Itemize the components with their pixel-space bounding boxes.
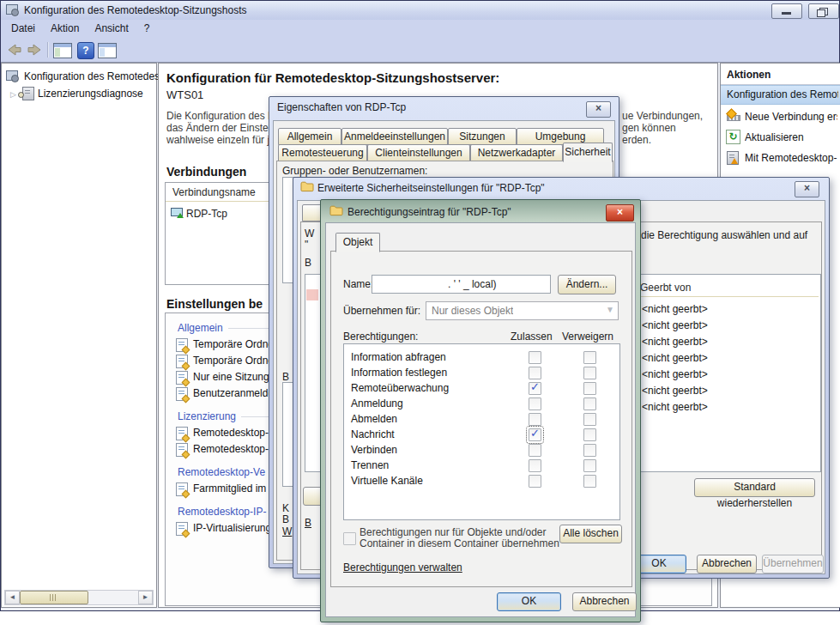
chevron-down-icon: ▼ xyxy=(606,305,614,314)
settings-doc-icon xyxy=(176,427,188,440)
folder-icon xyxy=(329,205,343,216)
action-item[interactable]: ↻Aktualisieren xyxy=(721,127,840,148)
tab-sitzungen[interactable]: Sitzungen xyxy=(448,128,517,145)
connections-heading: Verbindungen xyxy=(166,165,246,179)
allow-checkbox[interactable] xyxy=(529,351,541,364)
deny-checkbox[interactable] xyxy=(583,367,596,379)
inherited-from-row[interactable]: <nicht geerbt> xyxy=(642,318,708,334)
intro-text-fragment: erden. xyxy=(622,134,651,146)
clear-all-button[interactable]: Alle löschen xyxy=(559,525,622,543)
intro-text-fragment: gen können xyxy=(622,122,676,134)
tab-remotesteuerung[interactable]: Remotesteuerung xyxy=(278,144,367,161)
tab-objekt[interactable]: Objekt xyxy=(335,233,380,252)
close-icon[interactable]: × xyxy=(606,204,634,221)
close-icon[interactable]: × xyxy=(586,101,611,118)
tab-clienteinstellungen[interactable]: Clienteinstellungen xyxy=(367,144,470,161)
ok-button[interactable]: OK xyxy=(497,592,561,611)
inherited-from-column-header[interactable]: Geerbt von xyxy=(640,282,691,294)
minimize-button[interactable] xyxy=(771,3,802,19)
connection-name: RDP-Tcp xyxy=(186,208,227,220)
allow-checkbox[interactable] xyxy=(529,475,541,488)
menu-item-aktion[interactable]: Aktion xyxy=(43,20,87,34)
connections-column-header[interactable]: Verbindungsname xyxy=(172,186,256,198)
menu-item-ansicht[interactable]: Ansicht xyxy=(87,20,136,34)
action-item[interactable]: Neue Verbindung ers xyxy=(721,106,840,127)
container-note-line: Berechtigungen nur für Objekte und/oder xyxy=(360,526,546,538)
page-title: Konfiguration für Remotedesktop-Sitzungs… xyxy=(166,70,707,85)
deny-checkbox[interactable] xyxy=(583,459,596,472)
container-only-checkbox[interactable] xyxy=(343,532,356,545)
allow-column-label: Zulassen xyxy=(511,331,553,343)
tab-anmeldeeinstellungen[interactable]: Anmeldeeinstellungen xyxy=(341,128,448,145)
actions-selected-item[interactable]: Konfiguration des Remot xyxy=(721,85,840,105)
permission-row: Remoteüberwachung xyxy=(344,380,619,396)
rdp-connection-icon xyxy=(171,207,183,217)
permissions-label: Berechtigungen: xyxy=(343,331,418,343)
permission-name: Verbinden xyxy=(351,444,397,456)
console-tree-button[interactable] xyxy=(52,41,73,60)
forward-button[interactable] xyxy=(27,44,42,56)
settings-item-label: IP-Virtualisierung xyxy=(193,522,271,534)
help-button[interactable]: ? xyxy=(77,42,94,59)
tab-sicherheit[interactable]: Sicherheit xyxy=(563,143,613,162)
deny-checkbox[interactable] xyxy=(583,428,596,441)
restore-default-button[interactable]: Standard wiederherstellen xyxy=(694,478,815,497)
allow-checkbox[interactable] xyxy=(529,459,541,472)
inherited-from-row[interactable]: <nicht geerbt> xyxy=(642,399,708,416)
deny-checkbox[interactable] xyxy=(583,444,596,457)
scroll-right-icon[interactable]: ► xyxy=(138,591,153,604)
allow-checkbox[interactable] xyxy=(529,444,541,457)
cancel-button[interactable]: Abbrechen xyxy=(572,592,637,611)
clipped-link-fragment[interactable]: B xyxy=(305,517,311,529)
deny-checkbox[interactable] xyxy=(583,475,596,488)
deny-checkbox[interactable] xyxy=(583,382,596,395)
deny-checkbox[interactable] xyxy=(583,397,596,410)
inherited-from-row[interactable]: <nicht geerbt> xyxy=(642,367,708,383)
tab-netzwerkadapter[interactable]: Netzwerkadapter xyxy=(470,144,563,161)
allow-checkbox[interactable] xyxy=(529,367,541,379)
settings-doc-icon xyxy=(176,387,188,401)
deny-checkbox[interactable] xyxy=(583,351,596,364)
cancel-button[interactable]: Abbrechen xyxy=(697,555,757,573)
clipped-link-fragment[interactable]: W xyxy=(282,525,292,537)
manage-permissions-link[interactable]: Berechtigungen verwalten xyxy=(343,561,462,573)
show-hide-button[interactable] xyxy=(97,41,118,60)
allow-checkbox[interactable] xyxy=(529,397,541,410)
expand-arrow-icon[interactable]: ▷ xyxy=(10,90,16,99)
menu-item-?[interactable]: ? xyxy=(136,20,158,34)
clipped-text-fragment: " xyxy=(305,239,308,251)
restore-button[interactable] xyxy=(808,3,839,19)
settings-group-text: Remotedesktop-Ve xyxy=(178,466,265,478)
name-field[interactable]: . ' ' _ local) xyxy=(372,275,551,294)
tree-horizontal-scrollbar[interactable]: ◄ ► xyxy=(4,590,154,605)
tree-item-lizenzierungsdiagnose[interactable]: ▷ Lizenzierungsdiagnose xyxy=(10,88,16,100)
settings-group-text: Remotedesktop-IP- xyxy=(178,506,266,518)
scroll-left-icon[interactable]: ◄ xyxy=(5,591,20,604)
scrollbar-thumb[interactable] xyxy=(20,591,88,604)
permission-row: Anmeldung xyxy=(344,396,619,411)
inherited-from-row[interactable]: <nicht geerbt> xyxy=(642,383,708,399)
allow-checkbox[interactable] xyxy=(529,428,541,441)
close-icon[interactable]: × xyxy=(795,181,819,197)
change-button[interactable]: Ändern... xyxy=(558,275,616,294)
console-tree-pane: Konfiguration des Remotedes ▷ Lizenzieru… xyxy=(1,63,157,608)
menu-bar: DateiAktionAnsicht? xyxy=(1,20,839,39)
inherited-from-row[interactable]: <nicht geerbt> xyxy=(642,334,708,350)
tab-allgemein[interactable]: Allgemein xyxy=(278,128,341,145)
permissions-list[interactable]: Information abfragenInformation festlege… xyxy=(343,343,620,520)
action-item[interactable]: Mit Remotedesktop- xyxy=(721,148,840,168)
properties-dialog-title: Eigenschaften von RDP-Tcp xyxy=(277,101,406,113)
action-item-label: Aktualisieren xyxy=(745,131,837,143)
entry-dialog-body: Objekt Name: . ' ' _ local) Ändern... Üb… xyxy=(325,222,636,617)
allow-checkbox[interactable] xyxy=(529,413,541,426)
apply-to-combobox[interactable]: Nur dieses Objekt ▼ xyxy=(426,301,619,320)
deny-checkbox[interactable] xyxy=(583,413,596,426)
menu-item-datei[interactable]: Datei xyxy=(3,20,43,34)
back-button[interactable] xyxy=(7,44,22,56)
inherited-from-row[interactable]: <nicht geerbt> xyxy=(642,350,708,367)
permission-row: Information festlegen xyxy=(344,365,619,380)
window-titlebar[interactable]: Konfiguration des Remotedesktop-Sitzungs… xyxy=(1,1,839,21)
inherited-from-row[interactable]: <nicht geerbt> xyxy=(642,301,708,318)
allow-checkbox[interactable] xyxy=(529,382,541,395)
refresh-icon: ↻ xyxy=(726,130,740,143)
